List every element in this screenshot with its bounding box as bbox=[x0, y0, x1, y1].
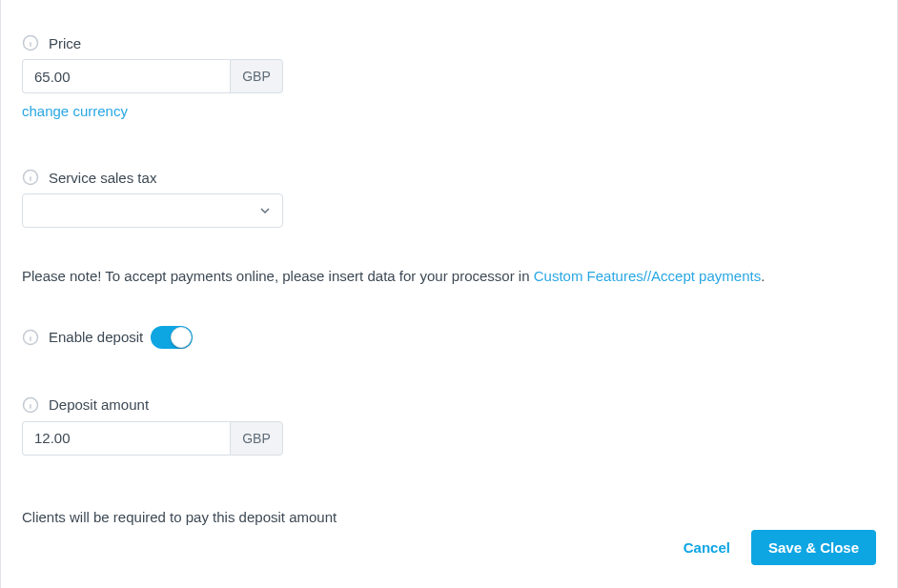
svg-point-8 bbox=[31, 334, 31, 335]
price-label: Price bbox=[49, 35, 81, 51]
payments-note-prefix: Please note! To accept payments online, … bbox=[22, 268, 534, 284]
sales-tax-field: Service sales tax bbox=[22, 169, 876, 228]
toggle-knob bbox=[171, 327, 192, 348]
deposit-currency-addon: GBP bbox=[230, 421, 283, 456]
info-icon bbox=[22, 169, 39, 186]
deposit-amount-field: Deposit amount GBP bbox=[22, 396, 876, 456]
deposit-amount-input[interactable] bbox=[22, 421, 230, 456]
deposit-amount-label: Deposit amount bbox=[49, 396, 149, 413]
price-field: Price GBP change currency bbox=[22, 34, 876, 119]
payments-note-suffix: . bbox=[761, 268, 765, 284]
custom-features-link[interactable]: Custom Features//Accept payments bbox=[534, 268, 761, 284]
change-currency-link[interactable]: change currency bbox=[22, 103, 128, 119]
chevron-down-icon bbox=[257, 203, 273, 218]
info-icon bbox=[22, 396, 39, 414]
svg-point-5 bbox=[31, 173, 31, 174]
enable-deposit-toggle[interactable] bbox=[151, 326, 193, 349]
actions-row: Cancel Save & Close bbox=[22, 530, 876, 565]
price-input-group: GBP bbox=[22, 59, 283, 93]
deposit-amount-input-group: GBP bbox=[22, 421, 283, 456]
sales-tax-select[interactable] bbox=[22, 193, 283, 228]
price-currency-addon: GBP bbox=[230, 59, 283, 93]
svg-point-2 bbox=[31, 39, 31, 40]
save-close-button[interactable]: Save & Close bbox=[751, 530, 876, 565]
svg-point-11 bbox=[31, 401, 31, 402]
price-label-row: Price bbox=[22, 34, 876, 51]
info-icon bbox=[22, 34, 39, 51]
sales-tax-label-row: Service sales tax bbox=[22, 169, 876, 186]
info-icon bbox=[22, 329, 39, 346]
deposit-amount-label-row: Deposit amount bbox=[22, 396, 876, 414]
price-input[interactable] bbox=[22, 59, 230, 93]
settings-panel: Price GBP change currency Service sales … bbox=[0, 0, 898, 588]
sales-tax-label: Service sales tax bbox=[49, 170, 156, 186]
deposit-hint: Clients will be required to pay this dep… bbox=[22, 507, 876, 529]
enable-deposit-row: Enable deposit bbox=[22, 326, 876, 349]
cancel-button[interactable]: Cancel bbox=[680, 532, 734, 563]
enable-deposit-label: Enable deposit bbox=[49, 329, 143, 345]
payments-note: Please note! To accept payments online, … bbox=[22, 266, 876, 288]
